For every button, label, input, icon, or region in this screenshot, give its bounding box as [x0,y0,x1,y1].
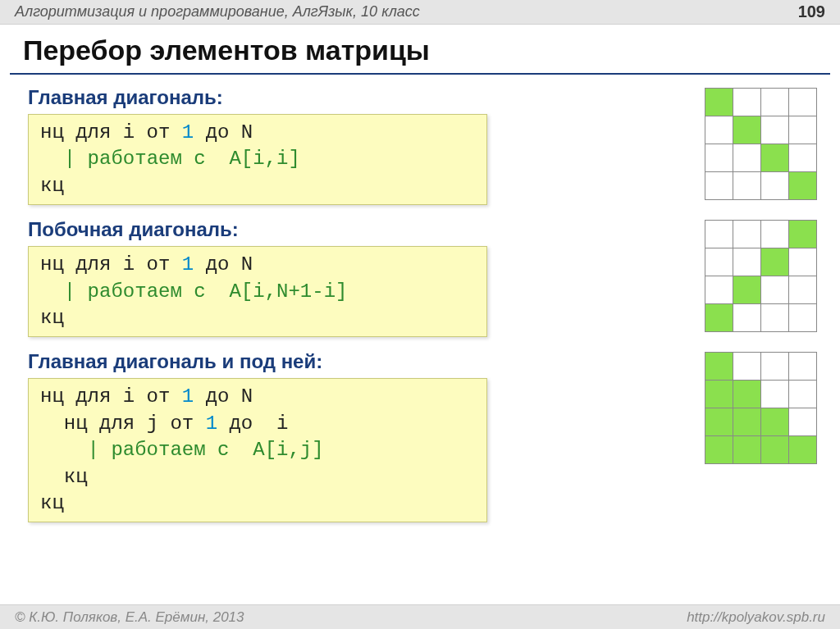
page-number: 109 [798,2,825,21]
code-block: нц для i от 1 до N | работаем с A[i,N+1-… [28,246,487,337]
matrix-cell [705,304,733,332]
matrix-cell [761,221,789,248]
title-rule [10,73,830,75]
section-main-diagonal: Главная диагональ: нц для i от 1 до N | … [23,84,817,205]
matrix-cell [761,276,789,304]
matrix-cell [761,381,789,408]
matrix-cell [705,381,733,408]
matrix-cell [761,144,789,172]
matrix-cell [705,276,733,304]
footer-bar: © К.Ю. Поляков, Е.А. Ерёмин, 2013 http:/… [0,604,840,629]
matrix-cell [705,221,733,248]
matrix-cell [761,408,789,436]
matrix-cell [733,436,761,464]
matrix-cell [733,353,761,381]
matrix-cell [705,248,733,276]
slide-page: Алгоритмизация и программирование, АлгЯз… [0,0,840,629]
matrix-grid-lower-triangle [705,352,817,464]
matrix-cell [733,248,761,276]
section-title: Главная диагональ: [28,86,685,109]
matrix-cell [789,381,817,408]
matrix-cell [733,381,761,408]
matrix-cell [705,436,733,464]
matrix-cell [733,221,761,248]
header-subject: Алгоритмизация и программирование, АлгЯз… [15,3,420,21]
matrix-cell [761,436,789,464]
matrix-cell [761,89,789,116]
matrix-cell [761,353,789,381]
matrix-cell [789,276,817,304]
matrix-cell [705,172,733,200]
matrix-cell [705,408,733,436]
matrix-cell [705,89,733,116]
matrix-cell [789,144,817,172]
matrix-cell [761,116,789,144]
matrix-cell [733,116,761,144]
matrix-cell [789,408,817,436]
matrix-cell [761,248,789,276]
slide-title: Перебор элементов матрицы [0,25,840,73]
matrix-cell [789,353,817,381]
matrix-cell [705,353,733,381]
matrix-cell [733,172,761,200]
matrix-cell [789,89,817,116]
matrix-cell [789,221,817,248]
matrix-grid-main-diagonal [705,88,817,200]
matrix-cell [761,304,789,332]
matrix-cell [733,89,761,116]
section-title: Главная диагональ и под ней: [28,350,685,373]
matrix-cell [789,116,817,144]
matrix-cell [761,172,789,200]
footer-url: http://kpolyakov.spb.ru [687,609,825,626]
code-block: нц для i от 1 до N | работаем с A[i,i] к… [28,114,487,205]
matrix-cell [733,408,761,436]
matrix-grid-anti-diagonal [705,220,817,332]
matrix-cell [733,276,761,304]
section-title: Побочная диагональ: [28,218,685,241]
matrix-cell [705,116,733,144]
matrix-cell [733,304,761,332]
matrix-cell [789,248,817,276]
header-bar: Алгоритмизация и программирование, АлгЯз… [0,0,840,25]
matrix-cell [733,144,761,172]
section-anti-diagonal: Побочная диагональ: нц для i от 1 до N |… [23,217,817,337]
matrix-cell [789,172,817,200]
matrix-cell [789,304,817,332]
matrix-cell [705,144,733,172]
matrix-cell [789,436,817,464]
code-block: нц для i от 1 до N нц для j от 1 до i | … [28,378,487,522]
footer-copyright: © К.Ю. Поляков, Е.А. Ерёмин, 2013 [15,609,244,626]
section-lower-triangle: Главная диагональ и под ней: нц для i от… [23,349,817,522]
content-area: Главная диагональ: нц для i от 1 до N | … [0,84,840,522]
